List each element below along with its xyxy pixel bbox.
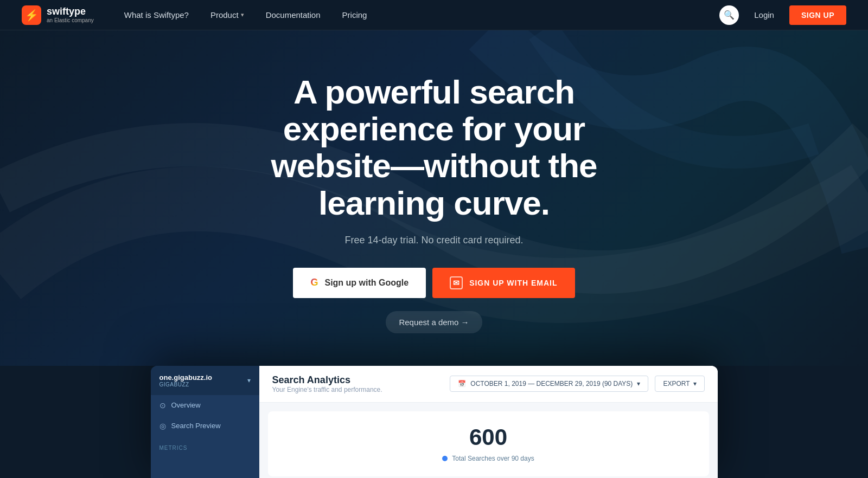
signup-google-button[interactable]: G Sign up with Google — [293, 268, 426, 298]
date-range-selector[interactable]: 📅 OCTOBER 1, 2019 — DECEMBER 29, 2019 (9… — [450, 376, 648, 392]
sidebar-item-overview[interactable]: ⊙ Overview — [151, 395, 259, 416]
nav-links: What is Swiftype? Product ▾ Documentatio… — [116, 7, 720, 23]
date-range-text: OCTOBER 1, 2019 — DECEMBER 29, 2019 (90 … — [470, 380, 633, 387]
login-button[interactable]: Login — [748, 7, 781, 23]
search-icon: 🔍 — [724, 10, 735, 20]
hero-content: A powerful search experience for your we… — [244, 74, 624, 333]
dashboard-wrapper: one.gigabuzz.io GIGABUZZ ▾ ⊙ Overview ◎ … — [0, 366, 868, 478]
overview-label: Overview — [171, 401, 201, 409]
legend-dot-icon — [442, 456, 448, 461]
nav-pricing[interactable]: Pricing — [334, 7, 376, 23]
header-text: Search Analytics Your Engine's traffic a… — [272, 374, 382, 393]
hero-title: A powerful search experience for your we… — [244, 74, 624, 222]
dashboard-main: Search Analytics Your Engine's traffic a… — [259, 366, 718, 478]
navbar: ⚡ swiftype an Elastic company What is Sw… — [0, 0, 868, 30]
brand-name: swiftype — [47, 7, 94, 17]
logo-icon: ⚡ — [22, 5, 41, 25]
chart-area: 600 Total Searches over 90 days — [268, 411, 709, 476]
header-controls: 📅 OCTOBER 1, 2019 — DECEMBER 29, 2019 (9… — [450, 376, 704, 392]
site-info: one.gigabuzz.io GIGABUZZ — [159, 373, 213, 387]
dashboard-preview: one.gigabuzz.io GIGABUZZ ▾ ⊙ Overview ◎ … — [151, 366, 718, 478]
chart-legend: Total Searches over 90 days — [281, 455, 696, 462]
request-demo-button[interactable]: Request a demo → — [386, 311, 482, 333]
site-sub: GIGABUZZ — [159, 382, 213, 387]
analytics-subtitle: Your Engine's traffic and performance. — [272, 386, 382, 393]
logo-text: swiftype an Elastic company — [47, 7, 94, 23]
site-chevron-icon: ▾ — [247, 377, 251, 384]
sidebar-item-search-preview[interactable]: ◎ Search Preview — [151, 416, 259, 436]
brand-sub: an Elastic company — [47, 17, 94, 23]
chart-value: 600 — [281, 424, 696, 455]
logo[interactable]: ⚡ swiftype an Elastic company — [22, 5, 94, 25]
date-chevron-icon: ▾ — [637, 380, 640, 387]
nav-product[interactable]: Product ▾ — [202, 7, 253, 23]
hero-buttons: G Sign up with Google ✉ SIGN UP WITH EMA… — [244, 268, 624, 298]
dashboard-header: Search Analytics Your Engine's traffic a… — [259, 366, 718, 403]
nav-docs[interactable]: Documentation — [257, 7, 329, 23]
hero-section: A powerful search experience for your we… — [0, 30, 868, 366]
legend-label: Total Searches over 90 days — [452, 455, 534, 462]
signup-email-button[interactable]: ✉ SIGN UP WITH EMAIL — [432, 268, 575, 298]
google-g-icon: G — [310, 277, 318, 288]
export-button[interactable]: EXPORT ▾ — [655, 376, 704, 392]
dashboard-sidebar: one.gigabuzz.io GIGABUZZ ▾ ⊙ Overview ◎ … — [151, 366, 259, 478]
search-preview-label: Search Preview — [171, 422, 221, 430]
nav-what[interactable]: What is Swiftype? — [116, 7, 197, 23]
search-preview-icon: ◎ — [159, 422, 166, 430]
site-selector[interactable]: one.gigabuzz.io GIGABUZZ ▾ — [151, 366, 259, 395]
overview-icon: ⊙ — [159, 401, 166, 410]
analytics-title: Search Analytics — [272, 374, 382, 386]
metrics-section-label: METRICS — [151, 436, 259, 454]
export-chevron-icon: ▾ — [693, 380, 697, 387]
site-name: one.gigabuzz.io — [159, 373, 213, 382]
email-icon: ✉ — [450, 276, 463, 289]
hero-subtitle: Free 14-day trial. No credit card requir… — [244, 235, 624, 246]
export-label: EXPORT — [663, 380, 690, 387]
search-button[interactable]: 🔍 — [719, 5, 739, 25]
product-chevron: ▾ — [241, 11, 244, 18]
signup-button[interactable]: SIGN UP — [789, 5, 846, 25]
calendar-icon: 📅 — [458, 380, 466, 387]
nav-right: 🔍 Login SIGN UP — [719, 5, 846, 25]
